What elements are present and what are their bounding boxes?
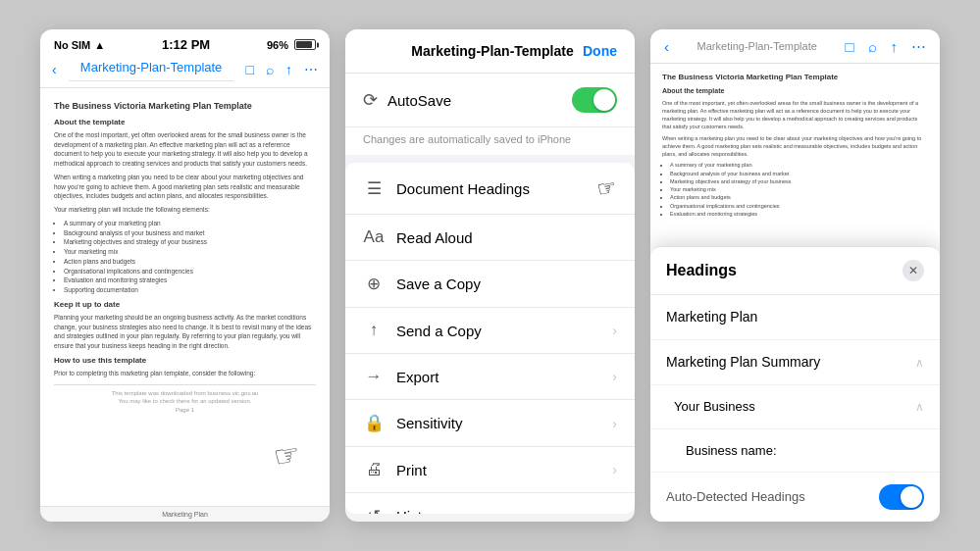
heading-text: Business name: (674, 441, 777, 461)
heading-subitem-text: Your Business (674, 397, 755, 417)
sensitivity-label: Sensitivity (396, 415, 463, 431)
menu-item-left: → Export (363, 367, 438, 386)
chevron-icon: › (612, 323, 617, 338)
list-item: Action plans and budgets (670, 193, 928, 201)
auto-detect-toggle[interactable] (879, 484, 924, 510)
iphone-icon[interactable]: □ (246, 62, 254, 77)
iphone-status-bar: No SIM ▲ 1:12 PM 96% (40, 29, 330, 56)
auto-detect-label: Auto-Detected Headings (666, 487, 805, 507)
headings-icon: ☰ (363, 178, 385, 199)
chevron-icon: ∧ (915, 354, 924, 372)
list-item: Supporting documentation (64, 285, 316, 295)
menu-item-left: ⊕ Save a Copy (363, 274, 481, 294)
history-icon: ↺ (363, 506, 385, 514)
more-icon[interactable]: ⋯ (304, 62, 318, 77)
headings-label: Document Headings (396, 180, 530, 197)
send-copy-icon: ↑ (363, 321, 385, 340)
list-item: Your marketing mix (670, 185, 928, 193)
list-item: Marketing objectives and strategy of you… (64, 237, 316, 247)
bottom-label: Marketing Plan (162, 511, 208, 518)
status-left: No SIM ▲ (54, 39, 105, 51)
panel-menu: Marketing-Plan-Template Done ⟳ AutoSave … (345, 29, 635, 522)
search-icon[interactable]: ⌕ (266, 62, 274, 77)
cursor-hand-2-icon: ☞ (595, 174, 619, 202)
share-icon[interactable]: ↑ (285, 62, 292, 77)
menu-item-sensitivity[interactable]: 🔒 Sensitivity › (345, 400, 635, 447)
menu-item-save-copy[interactable]: ⊕ Save a Copy (345, 261, 635, 308)
menu-item-send-copy[interactable]: ↑ Send a Copy › (345, 308, 635, 354)
chevron-icon: ∧ (915, 398, 924, 416)
p3-doc-main-title: The Business Victoria Marketing Plan Tem… (662, 72, 928, 83)
doc-section1: About the template (54, 117, 316, 127)
autosave-toggle[interactable] (572, 87, 617, 113)
list-item: Evaluation and monitoring strategies (64, 276, 316, 285)
menu-list: ☰ Document Headings ☞ Aa Read Aloud ⊕ Sa… (345, 163, 635, 514)
history-label: History (396, 508, 442, 514)
menu-item-left: ↺ History (363, 506, 442, 514)
doc-body1: One of the most important, yet often ove… (54, 130, 316, 169)
send-copy-label: Send a Copy (396, 323, 482, 339)
p3-device-icon[interactable]: □ (845, 38, 853, 55)
p3-doc-section1: About the template (662, 86, 928, 97)
list-item: Action plans and budgets (64, 257, 316, 267)
battery-icon (294, 39, 316, 50)
doc-list-intro: Your marketing plan will include the fol… (54, 205, 316, 215)
carrier-label: No SIM (54, 39, 90, 51)
p3-share-icon[interactable]: ↑ (891, 38, 899, 55)
heading-item-marketing-plan[interactable]: Marketing Plan (650, 295, 940, 340)
autosave-icon: ⟳ (363, 89, 378, 111)
autosave-row[interactable]: ⟳ AutoSave (345, 74, 635, 127)
done-button[interactable]: Done (583, 43, 617, 59)
page-footer-bar: Marketing Plan (40, 506, 330, 522)
headings-close-button[interactable]: ✕ (903, 260, 924, 281)
p3-topbar-title: Marketing-Plan-Template (669, 40, 845, 52)
menu-item-headings[interactable]: ☰ Document Headings ☞ (345, 163, 635, 215)
list-item: Background analysis of your business and… (670, 170, 928, 177)
doc-main-title: The Business Victoria Marketing Plan Tem… (54, 100, 316, 113)
footer-sub: You may like to check there for an updat… (54, 397, 316, 405)
heading-item-summary[interactable]: Marketing Plan Summary ∧ (650, 340, 940, 385)
doc-list: A summary of your marketing plan Backgro… (54, 219, 316, 295)
heading-item-business-name[interactable]: Business name: (650, 429, 940, 474)
doc-content: The Business Victoria Marketing Plan Tem… (40, 88, 330, 506)
p3-more-icon[interactable]: ⋯ (911, 37, 926, 55)
read-aloud-label: Read Aloud (396, 229, 473, 246)
autosave-label: AutoSave (387, 92, 451, 109)
read-aloud-icon: Aa (363, 227, 385, 247)
time-label: 1:12 PM (162, 37, 210, 52)
menu-item-print[interactable]: 🖨 Print › (345, 447, 635, 493)
cursor-hand-icon: ☞ (271, 433, 304, 478)
menu-header: Marketing-Plan-Template Done (345, 29, 635, 74)
chevron-icon: › (612, 416, 617, 431)
headings-header: Headings ✕ (650, 247, 940, 295)
p3-topbar: ‹ Marketing-Plan-Template □ ⌕ ↑ ⋯ (650, 29, 940, 64)
footer-text: This template was downloaded from busine… (54, 389, 316, 397)
menu-title: Marketing-Plan-Template (411, 43, 573, 59)
menu-item-export[interactable]: → Export › (345, 354, 635, 400)
doc-body2: When writing a marketing plan you need t… (54, 173, 316, 201)
export-label: Export (396, 369, 438, 385)
headings-title: Headings (666, 259, 737, 282)
p3-doc-body1: One of the most important, yet often ove… (662, 99, 928, 131)
list-item: Organisational implications and continge… (64, 267, 316, 276)
p3-doc-body2: When writing a marketing plan you need t… (662, 134, 928, 159)
p3-doc-list: A summary of your marketing plan Backgro… (662, 161, 928, 218)
wifi-icon: ▲ (94, 39, 105, 51)
p3-search-icon[interactable]: ⌕ (868, 38, 877, 55)
menu-item-history[interactable]: ↺ History (345, 493, 635, 514)
sensitivity-icon: 🔒 (363, 413, 385, 433)
page-indicator: Page 1 (54, 406, 316, 414)
battery-fill (296, 41, 312, 48)
heading-item-your-business[interactable]: Your Business ∧ (650, 385, 940, 429)
status-right: 96% (267, 39, 316, 51)
auto-detect-row: Auto-Detected Headings (650, 473, 940, 522)
menu-item-read-aloud[interactable]: Aa Read Aloud (345, 215, 635, 261)
doc-body3: Planning your marketing should be an ong… (54, 313, 316, 351)
menu-item-left: ☰ Document Headings (363, 178, 530, 199)
list-item: Marketing objectives and strategy of you… (670, 177, 928, 185)
doc-section2: Keep it up to date (54, 299, 316, 310)
back-icon[interactable]: ‹ (52, 62, 57, 77)
export-icon: → (363, 367, 385, 386)
heading-text: Marketing Plan (666, 307, 757, 327)
battery-pct: 96% (267, 39, 288, 51)
